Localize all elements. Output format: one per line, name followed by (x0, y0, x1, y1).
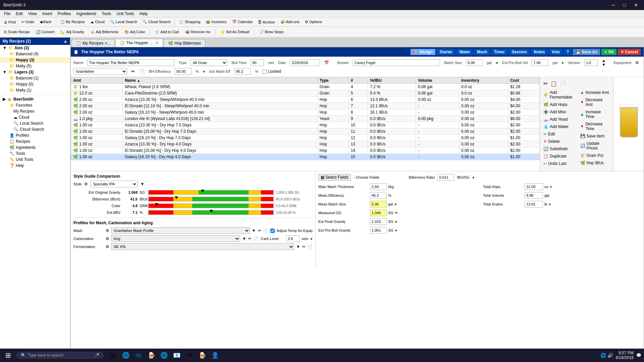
style-select[interactable]: Specialty IPA (91, 181, 138, 187)
brew-steps-button[interactable]: 📝 Brew Steps (257, 29, 286, 35)
equipment-copy-icon[interactable]: 📄 (139, 69, 145, 74)
recipe-tab-timer[interactable]: Timer (491, 49, 508, 55)
menu-help[interactable]: Help (137, 11, 151, 17)
archive-button[interactable]: 🗄 Archive (256, 19, 277, 25)
sidebar-item-hoppy-lagers[interactable]: 📁 Hoppy (0) (0, 81, 70, 87)
options-button[interactable]: ⚙ Options (303, 19, 324, 25)
addons-button[interactable]: 🧩 Add-ons (278, 19, 302, 25)
taskbar-search-box[interactable]: 🔍 🎤 (16, 352, 104, 359)
table-row[interactable]: 🌿 1.00 oz Azacca [13.30 %] - Dry Hop 7.0… (71, 122, 540, 128)
network-icon[interactable]: 🌐 (600, 353, 606, 358)
meas-batch-value[interactable] (370, 201, 387, 207)
recipe-tab-help[interactable]: ? (564, 49, 572, 55)
scissors-icon[interactable]: ✂ (543, 80, 548, 87)
recipe-tab-vols[interactable]: Vols (549, 49, 563, 55)
adj-color-button[interactable]: 🎨 Adj Color (122, 29, 148, 35)
sidebar-item-unit-tools[interactable]: 📏 Unit Tools (0, 157, 70, 163)
print-button[interactable]: 🖨 Print (1, 19, 18, 25)
add-fermentable-button[interactable]: 🌾 Add Fermentable (541, 89, 576, 101)
menu-edit[interactable]: Edit (13, 11, 25, 17)
start-button[interactable]: ⊞ (3, 351, 14, 360)
microphone-icon[interactable]: 🎤 (94, 353, 99, 358)
sidebar-item-cloud-search[interactable]: 🔍 Cloud Search (0, 126, 70, 132)
mash-copy-icon[interactable]: 📄 (263, 228, 268, 233)
carbonation-edit-icon[interactable]: ✏ (248, 236, 252, 241)
inventory-button[interactable]: 📦 Inventory (203, 19, 229, 25)
sidebar-beersmith-group[interactable]: ▶ 🍺 BeerSmith (0, 96, 70, 102)
set-as-default-button[interactable]: ⭐ Set As Default (218, 29, 252, 35)
taskbar-mail2[interactable]: ✉ (184, 350, 195, 361)
menu-tools[interactable]: Tools (99, 11, 114, 17)
add-yeast-button[interactable]: 🧫 Add Yeast (541, 116, 576, 123)
fermentation-edit-icon[interactable]: ✏ (302, 244, 306, 249)
table-row[interactable]: 🌿 1.00 oz El Dorado [15.00 %] - Dry Hop … (71, 128, 540, 135)
taskbar-task-view[interactable]: ⧉ (108, 350, 118, 361)
est-preboil-vol-input[interactable] (532, 59, 548, 66)
select-fields-button[interactable]: ▦ Select Fields (318, 174, 351, 181)
close-button[interactable]: ✕ (631, 2, 641, 8)
sidebar-item-recipes[interactable]: 📋 Recipes (0, 138, 70, 144)
remove-inv-button[interactable]: 📦 Remove Inv (183, 29, 213, 35)
batch-size-input[interactable] (466, 59, 483, 66)
sidebar-ales-group[interactable]: ▼ 📁 Ales (3) (0, 45, 70, 51)
sidebar-item-malty-lagers[interactable]: 📁 Malty (1) (0, 87, 70, 93)
sidebar-item-malty-ales[interactable]: 📁 Malty (5) (0, 63, 70, 69)
recipe-type-select[interactable]: All Grain Extract Partial Mash (191, 59, 227, 66)
recipe-tab-water[interactable]: Water (456, 49, 473, 55)
calendar-button[interactable]: 📅 Calendar (230, 19, 255, 25)
carbonation-select[interactable]: Keg (111, 235, 240, 242)
recipe-tab-session[interactable]: Session (508, 49, 530, 55)
tab-recipe[interactable]: 📋 The Hoppier ... ✕ (115, 39, 163, 47)
taskbar-ie[interactable]: 🌐 (120, 350, 131, 361)
recipe-tab-ok[interactable]: ✓ Ok (601, 49, 617, 55)
equipment-select[interactable]: Grainfather (73, 68, 127, 75)
grain-pct-button[interactable]: 🌾 Grain Pct (578, 152, 612, 159)
table-row[interactable]: 🌾 1 lbs Wheat, Flaked (1.6 SRM) Grain 4 … (71, 84, 540, 90)
sidebar-item-balanced-ales[interactable]: 📁 Balanced (9) (0, 51, 70, 57)
delete-button[interactable]: ✕ Delete (541, 138, 576, 145)
recipe-tab-notes[interactable]: Notes (531, 49, 548, 55)
sidebar-lagers-group[interactable]: ▼ 📁 Lagers (3) (0, 69, 70, 75)
table-row[interactable]: 🌿 1.00 oz Azacca [13.30 %] - Dry Hop 4.0… (71, 141, 540, 147)
save-item-button[interactable]: 💾 Save Item (578, 133, 612, 139)
mash-edit-icon[interactable]: ✏ (258, 228, 261, 233)
date-input[interactable] (290, 59, 320, 66)
sidebar-item-balanced-lagers[interactable]: 📁 Balanced (1) (0, 75, 70, 81)
fermentation-arrow[interactable]: ▼ (296, 244, 300, 249)
table-row[interactable]: 🌿 1.00 oz Galaxy [16.10 %] - Dry Hop 4.0… (71, 154, 540, 160)
sidebar-item-local-search[interactable]: 🔍 Local Search (0, 120, 70, 126)
convert-button[interactable]: 🔄 Convert (34, 29, 57, 35)
recipe-name-input[interactable] (87, 59, 174, 66)
notification-icon[interactable]: 💬 (636, 353, 641, 358)
add-hops-button[interactable]: 🌿 Add Hops (541, 101, 576, 108)
add-water-button[interactable]: 💧 Add Water (541, 123, 576, 130)
taskbar-search-input[interactable] (28, 353, 92, 358)
sidebar-item-ingredients[interactable]: 🌿 Ingredients (0, 144, 70, 150)
edit-button[interactable]: ✏ Edit (541, 131, 576, 137)
boil-time-input[interactable] (251, 59, 264, 66)
local-search-button[interactable]: 🔍 Local Search (108, 19, 140, 25)
undo-button[interactable]: ↩ Undo (19, 19, 37, 25)
version-input[interactable] (584, 59, 598, 66)
sidebar-item-help[interactable]: ❓ Help (0, 163, 70, 169)
sidebar-item-profiles[interactable]: 👤 Profiles (0, 132, 70, 138)
est-mash-eff-input[interactable] (234, 68, 251, 75)
menu-ingredients[interactable]: Ingredients (74, 11, 99, 17)
recipe-tab-design[interactable]: 🎨 Design (410, 49, 436, 55)
substitute-button[interactable]: 🔄 Substitute (541, 145, 576, 152)
menu-file[interactable]: File (1, 11, 13, 17)
decrease-amt-button[interactable]: ▼ Decrease Amt (578, 97, 612, 108)
carbonation-arrow[interactable]: ▼ (242, 236, 246, 241)
mash-arrow[interactable]: ▼ (252, 228, 256, 233)
recipe-tab-mash[interactable]: Mash (474, 49, 490, 55)
style-arrow[interactable]: ▼ (140, 182, 144, 186)
table-row[interactable]: 🌿 2.00 oz Azacca [13.30 %] - Steep/Whirl… (71, 97, 540, 103)
table-row[interactable]: 🧫 1.0 pkg London Ale III (Wyeast Labs #1… (71, 116, 540, 122)
carb-level-input[interactable] (286, 235, 300, 242)
decrease-time-button[interactable]: ▼ Decrease Time (578, 121, 612, 132)
table-row[interactable]: 🌿 1.00 oz El Dorado [15.00 %] - Dry Hop … (71, 147, 540, 154)
fermentation-select[interactable]: NE IPA (111, 243, 294, 250)
sidebar-item-cloud[interactable]: ☁ Cloud (0, 114, 70, 120)
close-recipe-tab[interactable]: ✕ (155, 41, 159, 45)
adj-gravity-button[interactable]: 📐 Adj Gravity (58, 29, 86, 35)
